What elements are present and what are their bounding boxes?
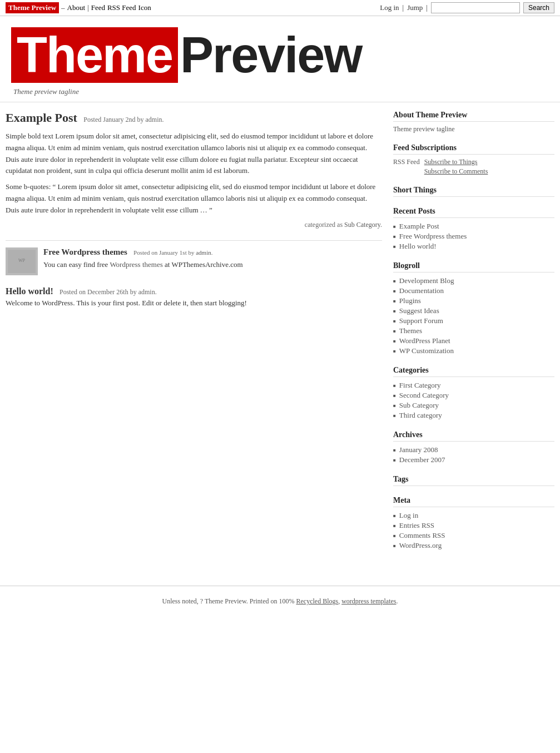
pipe-separator-3: | bbox=[426, 3, 428, 12]
recent-post-hello[interactable]: Hello world! bbox=[399, 242, 437, 251]
list-item: Hello world! bbox=[393, 241, 554, 251]
feed-subscriptions: RSS Feed Subscribe to Things Subscribe t… bbox=[393, 158, 554, 176]
list-item: Sub Category bbox=[393, 400, 554, 410]
blogroll-wp-custom[interactable]: WP Customization bbox=[399, 346, 454, 355]
cat-third[interactable]: Third category bbox=[399, 411, 442, 420]
hello-post-meta-text: Posted on December 26th by bbox=[60, 288, 137, 296]
sidebar-archives: Archives January 2008 December 2007 bbox=[393, 430, 554, 465]
footer-templates-link[interactable]: wordpress templates bbox=[341, 597, 396, 605]
about-link[interactable]: About bbox=[67, 3, 86, 12]
search-button[interactable]: Search bbox=[523, 2, 554, 13]
sidebar-about-title: About Theme Preview bbox=[393, 111, 554, 122]
login-link[interactable]: Log in bbox=[380, 3, 399, 12]
sidebar-feed: Feed Subscriptions RSS Feed Subscribe to… bbox=[393, 143, 554, 176]
hello-post-meta: Posted on December 26th by admin. bbox=[60, 288, 157, 296]
list-item: Development Blog bbox=[393, 276, 554, 286]
top-bar: Theme Preview – About | Feed RSS Feed Ic… bbox=[0, 0, 560, 16]
list-item: Plugins bbox=[393, 296, 554, 306]
recent-post-example[interactable]: Example Post bbox=[399, 222, 439, 231]
cat-first[interactable]: First Category bbox=[399, 381, 441, 390]
free-post-content: Free Wordpress themes Posted on January … bbox=[43, 247, 243, 270]
main-post-para1: Simple bold text Lorem ipsum dolor sit a… bbox=[6, 131, 382, 177]
blogroll-themes[interactable]: Themes bbox=[399, 326, 422, 335]
sidebar-blogroll-title: Blogroll bbox=[393, 261, 554, 273]
sidebar-about-tagline: Theme preview tagline bbox=[393, 125, 554, 133]
category-link[interactable]: Sub Category bbox=[344, 221, 380, 229]
hello-post-body: Welcome to WordPress. This is your first… bbox=[6, 299, 382, 308]
recent-posts-list: Example Post Free Wordpress themes Hello… bbox=[393, 221, 554, 251]
subscribe-things-link[interactable]: Subscribe to Things bbox=[424, 158, 488, 166]
cat-sub[interactable]: Sub Category bbox=[399, 401, 439, 410]
free-post-body: You can easy find free Wordpress themes … bbox=[43, 259, 243, 270]
meta-comments-rss[interactable]: Comments RSS bbox=[399, 531, 445, 540]
free-post-thumb-inner: WP bbox=[6, 247, 38, 275]
sidebar-tags: Tags bbox=[393, 475, 554, 486]
categorized-text: categorized as bbox=[305, 221, 343, 229]
list-item: Support Forum bbox=[393, 316, 554, 326]
rss-feed-label: RSS Feed bbox=[393, 158, 420, 176]
free-post-meta-text: Posted on January 1st by bbox=[133, 249, 194, 256]
site-tagline: Theme preview tagline bbox=[11, 87, 549, 96]
site-header: Theme Preview Theme preview tagline bbox=[0, 16, 560, 102]
recent-post-free[interactable]: Free Wordpress themes bbox=[399, 232, 467, 241]
list-item: Example Post bbox=[393, 221, 554, 231]
footer-text: Unless noted, ? Theme Preview. Printed o… bbox=[162, 597, 295, 605]
site-name-link[interactable]: Theme Preview bbox=[6, 2, 59, 13]
list-item: Suggest Ideas bbox=[393, 306, 554, 316]
meta-entries-rss[interactable]: Entries RSS bbox=[399, 521, 434, 530]
sidebar-archives-title: Archives bbox=[393, 430, 554, 442]
cat-second[interactable]: Second Category bbox=[399, 391, 449, 400]
svg-text:WP: WP bbox=[18, 258, 26, 263]
rss-link[interactable]: RSS Feed bbox=[107, 3, 136, 12]
archive-jan2008[interactable]: January 2008 bbox=[399, 445, 438, 454]
main-post-meta: Posted January 2nd by admin. bbox=[83, 116, 163, 123]
archives-list: January 2008 December 2007 bbox=[393, 445, 554, 465]
icon-link[interactable]: Icon bbox=[138, 3, 151, 12]
free-post-header: Free Wordpress themes Posted on January … bbox=[43, 247, 243, 257]
free-post-thumb: WP bbox=[6, 247, 38, 275]
meta-login[interactable]: Log in bbox=[399, 511, 418, 520]
list-item: Documentation bbox=[393, 286, 554, 296]
dash-separator: – bbox=[61, 3, 65, 12]
list-item: Entries RSS bbox=[393, 521, 554, 531]
feed-link[interactable]: Feed bbox=[91, 3, 105, 12]
wordpress-icon: WP bbox=[8, 250, 36, 273]
subscribe-comments-link[interactable]: Subscribe to Comments bbox=[424, 167, 488, 176]
sidebar-feed-title: Feed Subscriptions bbox=[393, 143, 554, 155]
top-bar-left: Theme Preview – About | Feed RSS Feed Ic… bbox=[6, 2, 151, 13]
sidebar-meta-title: Meta bbox=[393, 496, 554, 507]
search-input[interactable] bbox=[431, 2, 520, 13]
blogroll-plugins[interactable]: Plugins bbox=[399, 296, 421, 305]
top-bar-right: Log in | Jump | Search bbox=[380, 2, 554, 13]
list-item: Themes bbox=[393, 326, 554, 336]
list-item: First Category bbox=[393, 380, 554, 390]
main-post-body: Simple bold text Lorem ipsum dolor sit a… bbox=[6, 131, 382, 216]
hello-post-header: Hello world! Posted on December 26th by … bbox=[6, 286, 382, 296]
jump-link[interactable]: Jump bbox=[407, 3, 423, 12]
sidebar-blogroll: Blogroll Development Blog Documentation … bbox=[393, 261, 554, 356]
footer-recycled-link[interactable]: Recycled Blogs bbox=[296, 597, 339, 605]
blogroll-wp-planet[interactable]: WordPress Planet bbox=[399, 336, 450, 345]
blogroll-suggest[interactable]: Suggest Ideas bbox=[399, 306, 439, 315]
sidebar-tags-title: Tags bbox=[393, 475, 554, 486]
archive-dec2007[interactable]: December 2007 bbox=[399, 455, 445, 464]
blogroll-docs[interactable]: Documentation bbox=[399, 286, 444, 295]
main-post-meta-text: Posted January 2nd by bbox=[83, 116, 143, 123]
list-item: Comments RSS bbox=[393, 531, 554, 541]
main-post-header: Example Post Posted January 2nd by admin… bbox=[6, 111, 382, 125]
footer-comma: , bbox=[338, 597, 340, 605]
free-post-author[interactable]: admin bbox=[196, 249, 211, 256]
wordpress-themes-link[interactable]: Wordpress themes bbox=[110, 260, 162, 269]
hello-post-title: Hello world! bbox=[6, 286, 53, 296]
main-post-para2: Some b-quotes: “ Lorem ipsum dolor sit a… bbox=[6, 181, 382, 216]
footer-period: . bbox=[396, 597, 398, 605]
hello-post-author[interactable]: admin bbox=[138, 288, 155, 296]
main-post-title: Example Post bbox=[6, 111, 77, 125]
list-item: Log in bbox=[393, 511, 554, 521]
pipe-separator-1: | bbox=[87, 3, 89, 12]
meta-wordpress-org[interactable]: WordPress.org bbox=[399, 541, 442, 550]
blogroll-support[interactable]: Support Forum bbox=[399, 316, 443, 325]
blogroll-dev[interactable]: Development Blog bbox=[399, 276, 454, 285]
main-post-author[interactable]: admin bbox=[146, 116, 162, 123]
free-post-body-text: You can easy find free bbox=[43, 260, 108, 269]
